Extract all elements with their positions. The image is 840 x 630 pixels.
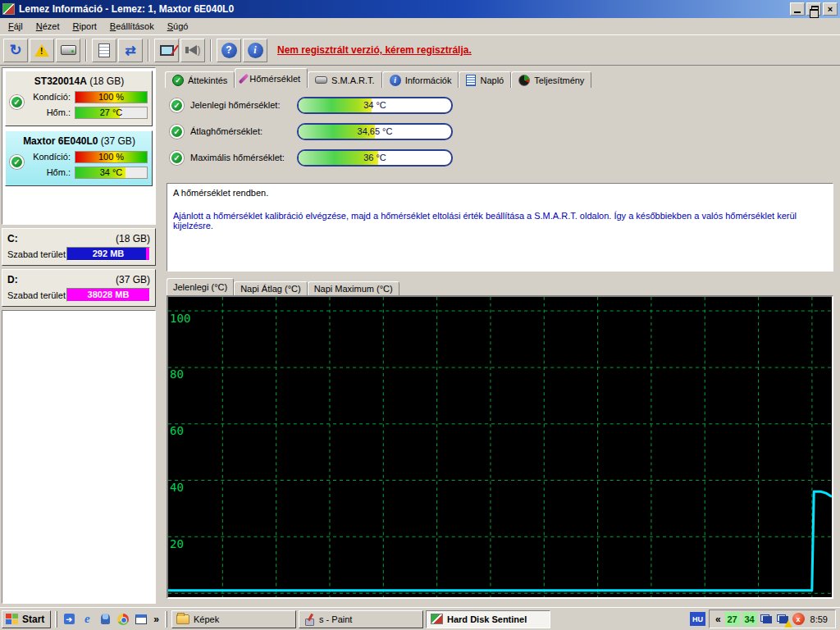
toolbar: ↻ ! ⇄ ) ? i Nem regisztrált verzió, kére… xyxy=(0,34,840,65)
thermometer-icon xyxy=(239,73,249,84)
maximum-temperature-row: ✓ Maximális hőmérséklet: 36 °C xyxy=(170,148,835,167)
partition-panel-c: C: (18 GB) Szabad terület 292 MB xyxy=(2,228,156,266)
tray-inset: « 27 34 x 8:59 xyxy=(709,609,836,628)
free-space-row: Szabad terület 292 MB xyxy=(7,247,150,261)
tray-clock: 8:59 xyxy=(807,614,831,624)
temperature-bar: 34 °C xyxy=(75,167,148,179)
average-temperature-value: 34,65 °C xyxy=(299,125,451,139)
free-space-bar-c: 292 MB xyxy=(66,247,150,261)
chart-tab-napi-maximum[interactable]: Napi Maximum (°C) xyxy=(308,281,399,295)
current-temperature-label: Jelenlegi hőmérséklet: xyxy=(190,100,297,110)
partition-letter: C: xyxy=(7,231,18,247)
status-check-icon: ✓ xyxy=(170,125,184,139)
partition-letter: D: xyxy=(7,272,18,288)
disk-panel-maxtor-6e040l0[interactable]: Maxtor 6E040L0 (37 GB) ✓ Kondíció: 100 %… xyxy=(5,130,153,186)
status-check-icon: ✓ xyxy=(170,151,184,165)
average-temperature-label: Átlaghőmérséklet: xyxy=(190,126,297,136)
svg-text:60: 60 xyxy=(170,425,184,438)
toolbar-separator xyxy=(85,39,87,62)
check-icon: ✓ xyxy=(172,75,184,86)
report-button[interactable] xyxy=(92,39,116,62)
condition-bar: 100 % xyxy=(75,91,148,103)
titlebar[interactable]: Lemez Információ - Lemez: 1, Maxtor 6E04… xyxy=(0,0,840,18)
current-temperature-value: 34 °C xyxy=(299,98,451,112)
tray-temp-34-icon[interactable]: 34 xyxy=(742,612,757,626)
toolbar-handle[interactable] xyxy=(55,611,57,628)
menubar: Fájl Nézet Riport Beállítások Súgó xyxy=(0,18,840,34)
windows-logo-icon xyxy=(6,614,19,625)
language-indicator[interactable]: HU xyxy=(690,612,705,626)
temperature-advice-text: Ajánlott a hőmérséklet kalibráció elvégz… xyxy=(173,211,827,231)
taskbar-button-kepek[interactable]: Képek xyxy=(171,610,296,628)
network-warning-icon[interactable] xyxy=(776,613,790,626)
tab-teljesitmeny[interactable]: Teljesítmény xyxy=(511,71,591,88)
system-tray: HU « 27 34 x 8:59 xyxy=(690,609,838,628)
about-button[interactable]: i xyxy=(243,39,267,62)
internet-explorer-icon[interactable]: e xyxy=(80,612,94,627)
tab-naplo[interactable]: Napló xyxy=(459,71,511,88)
folder-icon xyxy=(176,614,189,624)
launch-browser-icon[interactable]: ➔ xyxy=(62,612,76,627)
menu-beallitasok[interactable]: Beállítások xyxy=(104,20,160,33)
chart-tab-jelenlegi[interactable]: Jelenlegi (°C) xyxy=(167,278,234,295)
temperature-row: Hőm.: 27 °C xyxy=(29,106,148,119)
network-icon[interactable] xyxy=(760,613,774,626)
taskbar-button-hard-disk-sentinel[interactable]: Hard Disk Sentinel xyxy=(426,610,550,628)
report-icon xyxy=(98,43,110,57)
main-area: ST320014A (18 GB) ✓ Kondíció: 100 % Hőm.… xyxy=(0,65,840,607)
temperature-bar: 27 °C xyxy=(75,107,148,119)
tray-temp-27-icon[interactable]: 27 xyxy=(725,612,740,626)
disk-size: (18 GB) xyxy=(89,75,124,87)
show-desktop-icon[interactable] xyxy=(134,612,148,627)
close-button[interactable]: × xyxy=(823,2,838,16)
menu-fajl[interactable]: Fájl xyxy=(2,20,29,33)
partition-panel-d: D: (37 GB) Szabad terület 38028 MB xyxy=(2,269,156,307)
menu-riport[interactable]: Riport xyxy=(67,20,103,33)
menu-nezet[interactable]: Nézet xyxy=(30,20,66,33)
temperature-section: ✓ Jelenlegi hőmérséklet: 34 °C ✓ Átlaghő… xyxy=(165,88,835,176)
gauge-icon xyxy=(518,75,530,86)
temperature-status-text: A hőmérséklet rendben. xyxy=(173,188,827,198)
sounds-button[interactable]: ) xyxy=(180,39,205,62)
chart-tab-napi-atlag[interactable]: Napi Átlag (°C) xyxy=(234,281,307,295)
status-check-icon: ✓ xyxy=(170,98,184,112)
condition-row: Kondíció: 100 % xyxy=(29,90,148,103)
refresh-button[interactable]: ↻ xyxy=(3,39,28,62)
maximum-temperature-value: 36 °C xyxy=(299,151,451,165)
chrome-icon[interactable] xyxy=(116,612,130,627)
help-button[interactable]: ? xyxy=(217,39,241,62)
sync-button[interactable]: ⇄ xyxy=(118,39,143,62)
red-ball-icon[interactable]: x xyxy=(792,613,805,625)
overflow-chevron-icon[interactable]: » xyxy=(152,614,161,625)
toolbar-handle[interactable] xyxy=(165,611,167,628)
tab-attekintes[interactable]: ✓Áttekintés xyxy=(165,71,235,88)
restore-button[interactable] xyxy=(806,2,821,16)
close-icon: × xyxy=(828,5,833,14)
temperature-value: 34 °C xyxy=(75,167,147,178)
tab-homerseklet[interactable]: Hőmérséklet xyxy=(235,68,308,88)
start-button[interactable]: Start xyxy=(2,610,51,628)
hdsentinel-window: Lemez Információ - Lemez: 1, Maxtor 6E04… xyxy=(0,0,840,607)
partition-header: C: (18 GB) xyxy=(7,231,150,247)
tab-informaciok[interactable]: iInformációk xyxy=(382,71,459,88)
configuration-button[interactable] xyxy=(154,39,179,62)
disk-status-check-icon: ✓ xyxy=(10,95,24,109)
maximum-temperature-label: Maximális hőmérséklet: xyxy=(190,153,297,162)
condition-label: Kondíció: xyxy=(29,152,75,162)
messenger-icon[interactable] xyxy=(98,612,112,627)
disk-size: (37 GB) xyxy=(101,135,135,147)
minimize-button[interactable] xyxy=(790,2,805,16)
menu-sugo[interactable]: Súgó xyxy=(162,20,194,33)
tab-smart[interactable]: S.M.A.R.T. xyxy=(308,71,382,88)
taskbar-button-paint[interactable]: s - Paint xyxy=(299,610,423,628)
register-link[interactable]: Nem regisztrált verzió, kérem regisztrál… xyxy=(277,44,472,56)
tray-chevron-icon[interactable]: « xyxy=(714,614,723,625)
temperature-chart-svg: 20406080100 xyxy=(168,297,832,597)
current-temperature-bar: 34 °C xyxy=(297,97,453,114)
condition-value: 100 % xyxy=(75,92,147,103)
disk-panel-st320014a[interactable]: ST320014A (18 GB) ✓ Kondíció: 100 % Hőm.… xyxy=(5,71,153,126)
svg-text:40: 40 xyxy=(170,481,184,494)
disk-button[interactable] xyxy=(56,39,80,62)
alerts-button[interactable]: ! xyxy=(30,39,54,62)
hdsentinel-icon xyxy=(431,614,443,624)
